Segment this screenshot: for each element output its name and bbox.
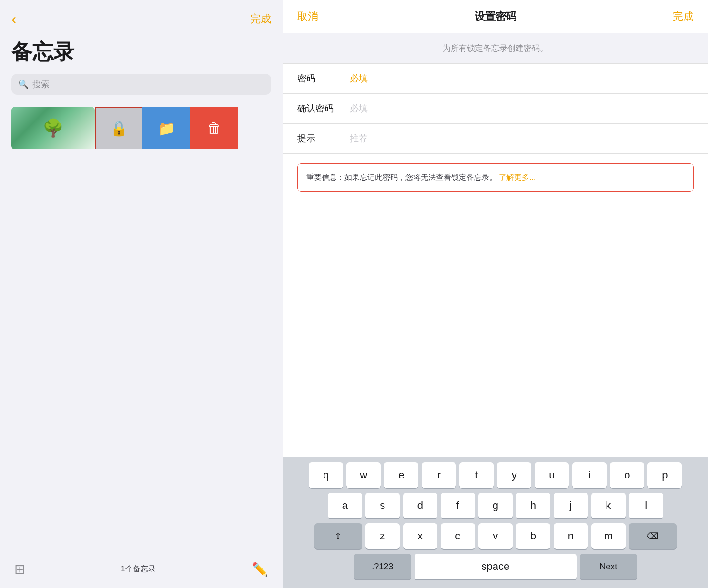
key-t[interactable]: t (459, 462, 494, 488)
warning-link[interactable]: 了解更多... (499, 173, 536, 181)
info-banner: 为所有锁定备忘录创建密码。 (283, 33, 708, 64)
confirm-field[interactable]: 必填 (350, 102, 368, 115)
right-title: 设置密码 (475, 10, 516, 24)
warning-text: 重要信息：如果忘记此密码，您将无法查看锁定备忘录。 (306, 173, 497, 181)
key-u[interactable]: u (535, 462, 569, 488)
back-icon[interactable]: ‹ (11, 12, 16, 26)
compose-icon[interactable]: ✏️ (252, 561, 268, 577)
done-button-right[interactable]: 完成 (673, 10, 694, 24)
keyboard-row-4: .?123 space Next (287, 554, 704, 579)
key-j[interactable]: j (554, 493, 588, 518)
key-f[interactable]: f (441, 493, 475, 518)
grid-icon[interactable]: ⊞ (14, 561, 25, 577)
left-panel: ‹ 完成 备忘录 🔍 搜索 🌳 🔒 📁 🗑 (0, 0, 283, 588)
note-item[interactable]: 🌳 🔒 📁 🗑 (11, 104, 271, 152)
confirm-password-row[interactable]: 确认密码 必填 (283, 94, 708, 124)
key-a[interactable]: a (328, 493, 362, 518)
key-w[interactable]: w (346, 462, 381, 488)
backspace-key[interactable]: ⌫ (629, 523, 677, 549)
thumbnail-emoji: 🌳 (42, 118, 64, 138)
folder-icon: 📁 (158, 120, 175, 137)
password-label: 密码 (297, 72, 350, 85)
keyboard-row-3: ⇧ z x c v b n m ⌫ (287, 523, 704, 549)
right-header: 取消 设置密码 完成 (283, 0, 708, 33)
hint-label: 提示 (297, 132, 350, 145)
keyboard-row-2: a s d f g h j k l (287, 493, 704, 518)
search-bar[interactable]: 🔍 搜索 (11, 74, 271, 95)
key-o[interactable]: o (610, 462, 644, 488)
key-e[interactable]: e (384, 462, 418, 488)
done-button-left[interactable]: 完成 (250, 12, 271, 26)
space-key[interactable]: space (415, 554, 577, 579)
key-p[interactable]: p (647, 462, 682, 488)
shift-key[interactable]: ⇧ (314, 523, 362, 549)
note-count: 1个备忘录 (121, 564, 156, 574)
lock-icon: 🔒 (110, 120, 128, 137)
key-l[interactable]: l (629, 493, 663, 518)
left-header: ‹ 完成 (0, 0, 283, 33)
swipe-folder-button[interactable]: 📁 (142, 107, 190, 149)
key-i[interactable]: i (572, 462, 607, 488)
notes-list: 🌳 🔒 📁 🗑 (0, 104, 283, 152)
keyboard: q w e r t y u i o p a s d f g h j k l ⇧ … (283, 457, 708, 588)
bottom-bar-left: ⊞ 1个备忘录 ✏️ (0, 550, 283, 588)
key-x[interactable]: x (403, 523, 437, 549)
key-z[interactable]: z (365, 523, 400, 549)
keyboard-row-1: q w e r t y u i o p (287, 462, 704, 488)
key-r[interactable]: r (422, 462, 456, 488)
key-g[interactable]: g (478, 493, 513, 518)
password-row[interactable]: 密码 必填 (283, 64, 708, 94)
next-key[interactable]: Next (580, 554, 637, 579)
key-c[interactable]: c (441, 523, 475, 549)
right-panel: 取消 设置密码 完成 为所有锁定备忘录创建密码。 密码 必填 确认密码 必填 提… (283, 0, 708, 588)
page-title: 备忘录 (0, 33, 283, 74)
swipe-actions: 🔒 📁 🗑 (95, 107, 238, 149)
symbols-key[interactable]: .?123 (354, 554, 411, 579)
form-section: 密码 必填 确认密码 必填 提示 推荐 (283, 64, 708, 154)
note-thumbnail-container: 🌳 (11, 107, 95, 149)
key-q[interactable]: q (309, 462, 343, 488)
swipe-lock-button[interactable]: 🔒 (95, 107, 142, 149)
key-n[interactable]: n (554, 523, 588, 549)
key-y[interactable]: y (497, 462, 531, 488)
key-k[interactable]: k (591, 493, 626, 518)
key-v[interactable]: v (478, 523, 513, 549)
key-d[interactable]: d (403, 493, 437, 518)
key-m[interactable]: m (591, 523, 626, 549)
confirm-label: 确认密码 (297, 102, 350, 115)
warning-box: 重要信息：如果忘记此密码，您将无法查看锁定备忘录。 了解更多... (297, 163, 694, 192)
hint-field[interactable]: 推荐 (350, 132, 368, 145)
password-field[interactable]: 必填 (350, 72, 368, 85)
hint-row[interactable]: 提示 推荐 (283, 124, 708, 153)
swipe-delete-button[interactable]: 🗑 (190, 107, 238, 149)
key-h[interactable]: h (516, 493, 550, 518)
search-placeholder: 搜索 (32, 79, 50, 90)
key-b[interactable]: b (516, 523, 550, 549)
note-thumbnail: 🌳 (11, 107, 95, 149)
cancel-button[interactable]: 取消 (297, 10, 318, 24)
trash-icon: 🗑 (207, 120, 221, 136)
key-s[interactable]: s (365, 493, 400, 518)
search-icon: 🔍 (18, 79, 29, 90)
